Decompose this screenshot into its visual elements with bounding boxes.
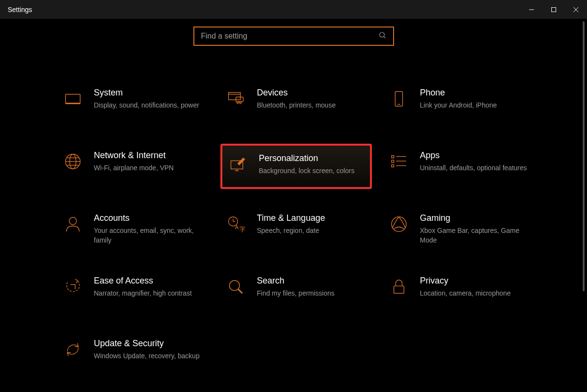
- tile-title: Phone: [420, 88, 530, 98]
- tile-apps[interactable]: Apps Uninstall, defaults, optional featu…: [384, 145, 534, 188]
- tile-title: Accounts: [94, 213, 204, 223]
- svg-rect-38: [394, 286, 404, 293]
- tile-ease-of-access[interactable]: Ease of Access Narrator, magnifier, high…: [58, 270, 208, 313]
- tile-title: Update & Security: [94, 338, 204, 349]
- svg-point-12: [239, 102, 241, 104]
- tile-desc: Wi-Fi, airplane mode, VPN: [94, 163, 204, 173]
- content-area: System Display, sound, notifications, po…: [0, 19, 587, 392]
- close-icon: [573, 7, 579, 13]
- update-icon: [62, 338, 83, 370]
- tile-title: Time & Language: [257, 213, 367, 223]
- tile-accounts[interactable]: Accounts Your accounts, email, sync, wor…: [58, 207, 208, 251]
- search-tile-icon: [225, 276, 246, 308]
- svg-point-11: [236, 102, 238, 104]
- close-button[interactable]: [565, 0, 587, 19]
- tile-gaming[interactable]: Gaming Xbox Game Bar, captures, Game Mod…: [384, 207, 534, 251]
- scrollbar[interactable]: [581, 21, 586, 311]
- svg-rect-8: [228, 93, 240, 100]
- svg-text:字: 字: [239, 226, 245, 233]
- privacy-icon: [388, 276, 410, 308]
- search-input[interactable]: [201, 32, 379, 41]
- tile-time-language[interactable]: A字 Time & Language Speech, region, date: [221, 207, 371, 251]
- tile-desc: Background, lock screen, colors: [259, 166, 365, 176]
- svg-rect-25: [391, 160, 394, 162]
- tile-phone[interactable]: Phone Link your Android, iPhone: [384, 82, 534, 125]
- tile-title: Privacy: [420, 276, 530, 286]
- search-icon: [379, 31, 386, 41]
- tile-update-security[interactable]: Update & Security Windows Update, recove…: [58, 333, 208, 376]
- tile-title: Search: [257, 276, 367, 286]
- gaming-icon: [388, 213, 410, 245]
- svg-line-5: [384, 37, 385, 38]
- system-icon: [62, 88, 83, 120]
- apps-icon: [388, 150, 410, 182]
- ease-of-access-icon: [62, 276, 83, 308]
- tile-desc: Link your Android, iPhone: [420, 101, 530, 110]
- svg-rect-23: [391, 156, 394, 158]
- tile-desc: Xbox Game Bar, captures, Game Mode: [420, 226, 530, 245]
- tile-desc: Find my files, permissions: [257, 289, 367, 298]
- search-container: [0, 27, 587, 46]
- tile-title: System: [94, 88, 204, 98]
- tile-title: Devices: [257, 88, 367, 98]
- svg-line-37: [238, 289, 242, 294]
- svg-point-4: [380, 32, 384, 37]
- tile-network[interactable]: Network & Internet Wi-Fi, airplane mode,…: [58, 145, 208, 188]
- svg-rect-13: [395, 92, 402, 106]
- tile-title: Network & Internet: [94, 150, 204, 161]
- search-box[interactable]: [193, 27, 394, 46]
- personalization-icon: [227, 153, 248, 179]
- tile-desc: Speech, region, date: [257, 226, 367, 236]
- svg-rect-6: [65, 95, 80, 104]
- minimize-icon: [529, 7, 534, 13]
- tile-devices[interactable]: Devices Bluetooth, printers, mouse: [221, 82, 371, 125]
- maximize-icon: [551, 7, 557, 13]
- svg-text:A: A: [235, 224, 239, 230]
- window-title: Settings: [8, 6, 32, 14]
- settings-grid: System Display, sound, notifications, po…: [0, 82, 587, 376]
- tile-desc: Windows Update, recovery, backup: [94, 351, 204, 361]
- devices-icon: [225, 88, 246, 120]
- tile-desc: Your accounts, email, sync, work, family: [94, 226, 204, 245]
- phone-icon: [388, 88, 410, 120]
- tile-title: Apps: [420, 150, 530, 161]
- svg-rect-27: [391, 165, 394, 167]
- globe-icon: [62, 150, 83, 182]
- tile-privacy[interactable]: Privacy Location, camera, microphone: [384, 270, 534, 313]
- titlebar: Settings: [0, 0, 587, 19]
- tile-desc: Bluetooth, printers, mouse: [257, 101, 367, 110]
- accounts-icon: [62, 213, 83, 245]
- tile-desc: Display, sound, notifications, power: [94, 101, 204, 110]
- tile-search[interactable]: Search Find my files, permissions: [221, 270, 371, 313]
- tile-title: Personalization: [259, 153, 365, 163]
- svg-point-29: [69, 217, 76, 225]
- maximize-button[interactable]: [543, 0, 565, 19]
- tile-title: Gaming: [420, 213, 530, 223]
- tile-desc: Uninstall, defaults, optional features: [420, 163, 530, 173]
- window-controls: [520, 0, 587, 19]
- tile-desc: Narrator, magnifier, high contrast: [94, 289, 204, 298]
- svg-rect-1: [552, 8, 556, 12]
- tile-title: Ease of Access: [94, 276, 204, 286]
- svg-rect-10: [236, 97, 243, 102]
- minimize-button[interactable]: [520, 0, 543, 19]
- svg-point-35: [391, 217, 406, 231]
- svg-point-36: [229, 281, 239, 291]
- tile-system[interactable]: System Display, sound, notifications, po…: [58, 82, 208, 125]
- tile-desc: Location, camera, microphone: [420, 289, 530, 298]
- time-language-icon: A字: [225, 213, 246, 245]
- scrollbar-thumb[interactable]: [583, 21, 585, 291]
- tile-personalization[interactable]: Personalization Background, lock screen,…: [221, 145, 371, 188]
